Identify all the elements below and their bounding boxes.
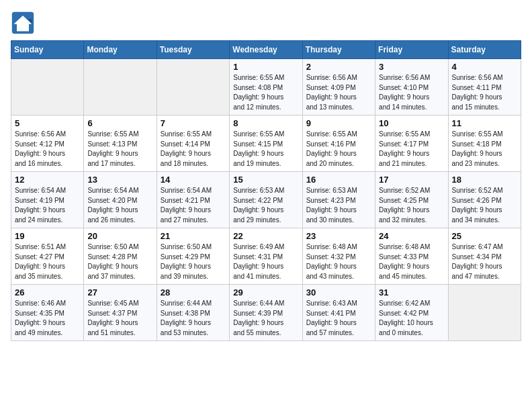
day-number: 5 <box>15 118 80 128</box>
day-info: Sunrise: 6:55 AM Sunset: 4:16 PM Dayligh… <box>306 130 371 169</box>
day-number: 9 <box>306 118 371 128</box>
day-number: 14 <box>161 175 226 185</box>
calendar-cell: 17Sunrise: 6:52 AM Sunset: 4:25 PM Dayli… <box>375 172 448 228</box>
day-info: Sunrise: 6:52 AM Sunset: 4:26 PM Dayligh… <box>452 186 517 225</box>
header-day: Sunday <box>11 41 84 59</box>
day-number: 12 <box>15 175 80 185</box>
day-info: Sunrise: 6:46 AM Sunset: 4:35 PM Dayligh… <box>15 299 80 338</box>
calendar-cell: 12Sunrise: 6:54 AM Sunset: 4:19 PM Dayli… <box>11 172 84 228</box>
day-info: Sunrise: 6:48 AM Sunset: 4:32 PM Dayligh… <box>306 242 371 281</box>
day-number: 26 <box>15 287 80 298</box>
day-number: 29 <box>233 287 298 298</box>
calendar-cell: 7Sunrise: 6:55 AM Sunset: 4:14 PM Daylig… <box>157 116 229 172</box>
calendar-week-row: 5Sunrise: 6:56 AM Sunset: 4:12 PM Daylig… <box>11 116 521 172</box>
calendar-cell: 8Sunrise: 6:55 AM Sunset: 4:15 PM Daylig… <box>230 116 302 172</box>
day-number: 2 <box>306 62 371 72</box>
calendar-cell: 31Sunrise: 6:42 AM Sunset: 4:42 PM Dayli… <box>375 285 448 341</box>
calendar-cell: 21Sunrise: 6:50 AM Sunset: 4:29 PM Dayli… <box>157 228 229 285</box>
day-info: Sunrise: 6:56 AM Sunset: 4:10 PM Dayligh… <box>379 73 444 112</box>
logo <box>11 11 39 35</box>
calendar-table: SundayMondayTuesdayWednesdayThursdayFrid… <box>11 40 521 341</box>
day-number: 19 <box>15 231 80 241</box>
day-number: 23 <box>306 231 371 241</box>
calendar-cell: 16Sunrise: 6:53 AM Sunset: 4:23 PM Dayli… <box>302 172 375 228</box>
calendar-cell: 9Sunrise: 6:55 AM Sunset: 4:16 PM Daylig… <box>302 116 375 172</box>
header-row: SundayMondayTuesdayWednesdayThursdayFrid… <box>11 41 521 59</box>
logo-icon <box>11 11 35 35</box>
day-number: 18 <box>452 175 517 185</box>
header-day: Thursday <box>302 41 375 59</box>
day-info: Sunrise: 6:45 AM Sunset: 4:37 PM Dayligh… <box>87 299 152 338</box>
header-day: Friday <box>375 41 448 59</box>
day-number: 10 <box>379 118 444 128</box>
day-number: 15 <box>233 175 298 185</box>
day-info: Sunrise: 6:42 AM Sunset: 4:42 PM Dayligh… <box>379 299 444 338</box>
day-number: 17 <box>379 175 444 185</box>
calendar-cell: 2Sunrise: 6:56 AM Sunset: 4:09 PM Daylig… <box>302 59 375 116</box>
calendar-cell: 29Sunrise: 6:44 AM Sunset: 4:39 PM Dayli… <box>230 285 302 341</box>
day-number: 31 <box>379 287 444 298</box>
calendar-cell: 22Sunrise: 6:49 AM Sunset: 4:31 PM Dayli… <box>230 228 302 285</box>
calendar-cell: 13Sunrise: 6:54 AM Sunset: 4:20 PM Dayli… <box>84 172 157 228</box>
calendar-cell: 5Sunrise: 6:56 AM Sunset: 4:12 PM Daylig… <box>11 116 84 172</box>
calendar-cell: 11Sunrise: 6:55 AM Sunset: 4:18 PM Dayli… <box>448 116 521 172</box>
day-info: Sunrise: 6:55 AM Sunset: 4:13 PM Dayligh… <box>87 130 152 169</box>
day-info: Sunrise: 6:43 AM Sunset: 4:41 PM Dayligh… <box>306 299 371 338</box>
day-info: Sunrise: 6:56 AM Sunset: 4:11 PM Dayligh… <box>452 73 517 112</box>
calendar-cell: 25Sunrise: 6:47 AM Sunset: 4:34 PM Dayli… <box>448 228 521 285</box>
calendar-cell: 24Sunrise: 6:48 AM Sunset: 4:33 PM Dayli… <box>375 228 448 285</box>
calendar-cell: 14Sunrise: 6:54 AM Sunset: 4:21 PM Dayli… <box>157 172 229 228</box>
day-info: Sunrise: 6:53 AM Sunset: 4:23 PM Dayligh… <box>306 186 371 225</box>
calendar-week-row: 12Sunrise: 6:54 AM Sunset: 4:19 PM Dayli… <box>11 172 521 228</box>
page-header <box>11 11 521 35</box>
calendar-cell: 30Sunrise: 6:43 AM Sunset: 4:41 PM Dayli… <box>302 285 375 341</box>
day-number: 30 <box>306 287 371 298</box>
day-info: Sunrise: 6:44 AM Sunset: 4:39 PM Dayligh… <box>233 299 298 338</box>
header-day: Monday <box>84 41 157 59</box>
day-number: 28 <box>161 287 226 298</box>
day-info: Sunrise: 6:44 AM Sunset: 4:38 PM Dayligh… <box>161 299 226 338</box>
calendar-cell: 15Sunrise: 6:53 AM Sunset: 4:22 PM Dayli… <box>230 172 302 228</box>
day-number: 22 <box>233 231 298 241</box>
day-info: Sunrise: 6:47 AM Sunset: 4:34 PM Dayligh… <box>452 242 517 281</box>
calendar-week-row: 26Sunrise: 6:46 AM Sunset: 4:35 PM Dayli… <box>11 285 521 341</box>
day-number: 7 <box>161 118 226 128</box>
calendar-cell <box>84 59 157 116</box>
calendar-cell <box>448 285 521 341</box>
calendar-cell: 26Sunrise: 6:46 AM Sunset: 4:35 PM Dayli… <box>11 285 84 341</box>
calendar-cell <box>157 59 229 116</box>
day-info: Sunrise: 6:55 AM Sunset: 4:14 PM Dayligh… <box>161 130 226 169</box>
day-number: 1 <box>233 62 298 72</box>
day-number: 11 <box>452 118 517 128</box>
day-number: 3 <box>379 62 444 72</box>
day-info: Sunrise: 6:55 AM Sunset: 4:18 PM Dayligh… <box>452 130 517 169</box>
calendar-cell: 10Sunrise: 6:55 AM Sunset: 4:17 PM Dayli… <box>375 116 448 172</box>
day-info: Sunrise: 6:54 AM Sunset: 4:20 PM Dayligh… <box>87 186 152 225</box>
day-info: Sunrise: 6:52 AM Sunset: 4:25 PM Dayligh… <box>379 186 444 225</box>
calendar-cell: 19Sunrise: 6:51 AM Sunset: 4:27 PM Dayli… <box>11 228 84 285</box>
day-number: 16 <box>306 175 371 185</box>
day-number: 24 <box>379 231 444 241</box>
day-info: Sunrise: 6:50 AM Sunset: 4:29 PM Dayligh… <box>161 242 226 281</box>
day-info: Sunrise: 6:54 AM Sunset: 4:19 PM Dayligh… <box>15 186 80 225</box>
day-number: 20 <box>87 231 152 241</box>
day-info: Sunrise: 6:55 AM Sunset: 4:17 PM Dayligh… <box>379 130 444 169</box>
header-day: Wednesday <box>230 41 302 59</box>
calendar-cell: 23Sunrise: 6:48 AM Sunset: 4:32 PM Dayli… <box>302 228 375 285</box>
day-number: 21 <box>161 231 226 241</box>
day-number: 4 <box>452 62 517 72</box>
calendar-cell: 4Sunrise: 6:56 AM Sunset: 4:11 PM Daylig… <box>448 59 521 116</box>
calendar-cell: 18Sunrise: 6:52 AM Sunset: 4:26 PM Dayli… <box>448 172 521 228</box>
day-number: 27 <box>87 287 152 298</box>
day-info: Sunrise: 6:51 AM Sunset: 4:27 PM Dayligh… <box>15 242 80 281</box>
calendar-cell: 3Sunrise: 6:56 AM Sunset: 4:10 PM Daylig… <box>375 59 448 116</box>
day-info: Sunrise: 6:53 AM Sunset: 4:22 PM Dayligh… <box>233 186 298 225</box>
calendar-cell: 6Sunrise: 6:55 AM Sunset: 4:13 PM Daylig… <box>84 116 157 172</box>
day-info: Sunrise: 6:56 AM Sunset: 4:12 PM Dayligh… <box>15 130 80 169</box>
day-number: 13 <box>87 175 152 185</box>
header-day: Tuesday <box>157 41 229 59</box>
calendar-cell: 1Sunrise: 6:55 AM Sunset: 4:08 PM Daylig… <box>230 59 302 116</box>
day-number: 8 <box>233 118 298 128</box>
calendar-week-row: 19Sunrise: 6:51 AM Sunset: 4:27 PM Dayli… <box>11 228 521 285</box>
calendar-cell: 28Sunrise: 6:44 AM Sunset: 4:38 PM Dayli… <box>157 285 229 341</box>
